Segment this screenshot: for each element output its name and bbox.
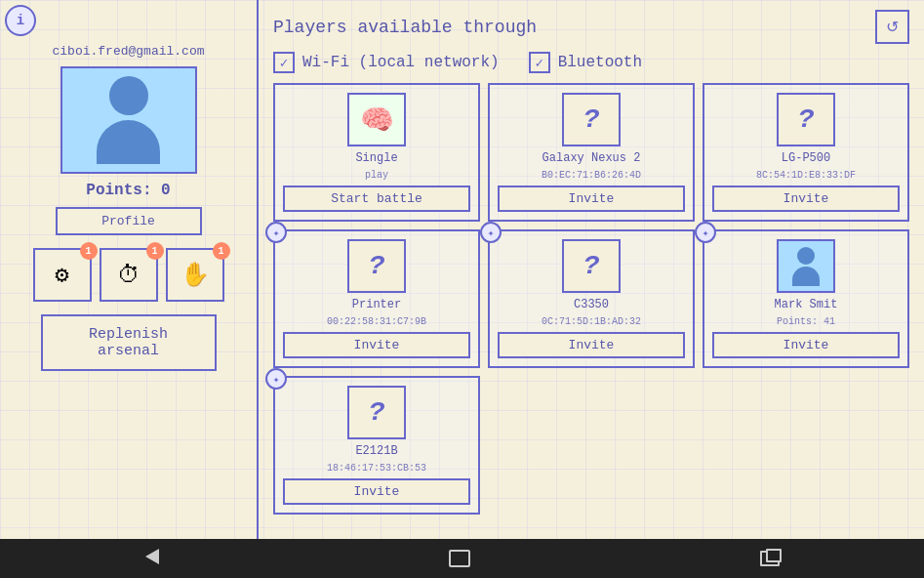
player-card-single: 🧠 Single play Start battle [273, 83, 480, 222]
player-sub-single: play [365, 170, 388, 181]
right-panel: Players available through ↺ ✓ Wi-Fi (loc… [259, 0, 924, 539]
recents-button[interactable] [760, 551, 780, 566]
player-name-mark: Mark Smit [775, 298, 838, 311]
items-row: 1 ⚙ 1 ⏱ 1 ✋ [33, 248, 224, 302]
refresh-button[interactable]: ↺ [875, 10, 909, 44]
player-thumb-galaxy: ? [562, 93, 621, 146]
item-badge-3: 1 [213, 242, 230, 260]
player-card-galaxy: ? Galaxy Nexus 2 B0:EC:71:B6:26:4D Invit… [488, 83, 695, 222]
player-thumb-c3350: ? [562, 239, 621, 293]
item-badge-1: 1 [80, 242, 98, 260]
invite-button-mark[interactable]: Invite [712, 332, 900, 358]
player-name-galaxy: Galaxy Nexus 2 [542, 151, 641, 165]
recents-icon [760, 551, 780, 566]
player-thumb-printer: ? [347, 239, 406, 293]
network-row: ✓ Wi-Fi (local network) ✓ Bluetooth [273, 52, 909, 73]
item-box-1[interactable]: 1 ⚙ [33, 248, 92, 302]
wifi-network-item: ✓ Wi-Fi (local network) [273, 52, 500, 73]
wifi-label: Wi-Fi (local network) [302, 54, 500, 71]
bt-network-item: ✓ Bluetooth [529, 52, 642, 73]
avatar [60, 66, 197, 174]
user-email: ciboi.fred@gmail.com [52, 44, 204, 59]
left-panel: i ciboi.fred@gmail.com Points: 0 Profile… [0, 0, 259, 539]
item-icon-3: ✋ [181, 261, 210, 289]
invite-button-lg[interactable]: Invite [712, 186, 900, 212]
players-title: Players available through [273, 18, 537, 37]
bt-label: Bluetooth [558, 54, 642, 71]
bt-badge-printer: ✦ [265, 222, 287, 243]
player-card-mark: ✦ Mark Smit Points: 41 Invite [703, 229, 909, 368]
player-sub-c3350: 0C:71:5D:1B:AD:32 [542, 316, 641, 327]
player-sub-galaxy: B0:EC:71:B6:26:4D [542, 170, 641, 181]
bt-checkbox[interactable]: ✓ [529, 52, 550, 73]
bt-badge-mark: ✦ [695, 222, 716, 243]
item-box-2[interactable]: 1 ⏱ [100, 248, 158, 302]
player-card-lg: ? LG-P500 8C:54:1D:E8:33:DF Invite [703, 83, 909, 222]
back-icon [145, 548, 159, 570]
item-badge-2: 1 [146, 242, 164, 260]
player-card-e2121b: ✦ ? E2121B 18:46:17:53:CB:53 Invite [273, 376, 480, 515]
players-grid: 🧠 Single play Start battle ? Galaxy Nexu… [273, 83, 909, 515]
wifi-checkbox[interactable]: ✓ [273, 52, 295, 73]
invite-button-printer[interactable]: Invite [283, 332, 470, 358]
item-box-3[interactable]: 1 ✋ [166, 248, 224, 302]
profile-button[interactable]: Profile [56, 207, 202, 235]
invite-button-e2121b[interactable]: Invite [283, 478, 470, 505]
player-name-single: Single [355, 151, 397, 165]
replenish-arsenal-button[interactable]: Replenish arsenal [41, 314, 217, 371]
player-sub-mark: Points: 41 [777, 316, 835, 327]
invite-button-c3350[interactable]: Invite [498, 332, 685, 358]
bottom-nav-bar [0, 539, 924, 578]
invite-button-galaxy[interactable]: Invite [498, 186, 685, 212]
player-card-printer: ✦ ? Printer 00:22:58:31:C7:9B Invite [273, 229, 480, 368]
item-icon-1: ⚙ [55, 261, 68, 289]
player-card-c3350: ✦ ? C3350 0C:71:5D:1B:AD:32 Invite [488, 229, 695, 368]
player-sub-e2121b: 18:46:17:53:CB:53 [327, 463, 426, 474]
player-thumb-brain: 🧠 [347, 93, 406, 146]
player-name-printer: Printer [352, 298, 401, 311]
bt-badge-c3350: ✦ [480, 222, 502, 243]
player-thumb-mark [777, 239, 835, 293]
points-label: Points: 0 [86, 182, 170, 199]
player-sub-printer: 00:22:58:31:C7:9B [327, 316, 426, 327]
right-header: Players available through ↺ [273, 10, 909, 44]
item-icon-2: ⏱ [117, 261, 141, 289]
home-icon [449, 550, 470, 567]
player-sub-lg: 8C:54:1D:E8:33:DF [756, 170, 856, 181]
player-name-lg: LG-P500 [782, 151, 830, 165]
player-thumb-e2121b: ? [347, 386, 406, 439]
player-thumb-lg: ? [777, 93, 835, 146]
info-icon[interactable]: i [5, 5, 36, 36]
player-name-c3350: C3350 [574, 298, 609, 311]
player-name-e2121b: E2121B [355, 444, 397, 458]
start-battle-button[interactable]: Start battle [283, 186, 470, 212]
home-button[interactable] [449, 550, 470, 567]
back-button[interactable] [145, 548, 159, 570]
bt-badge-e2121b: ✦ [265, 368, 287, 390]
